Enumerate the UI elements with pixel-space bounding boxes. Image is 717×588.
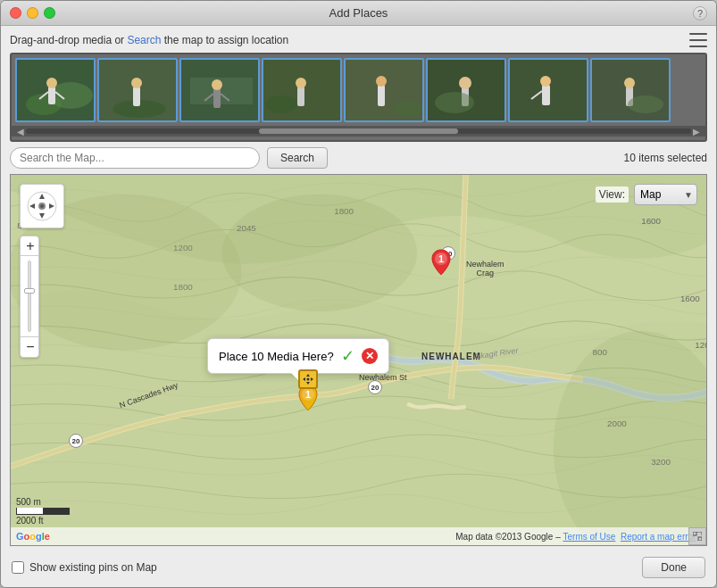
svg-text:1200: 1200	[695, 340, 706, 350]
items-selected: 10 items selected	[624, 152, 707, 164]
report-map-error-link[interactable]: Report a map error	[621, 532, 696, 542]
zoom-in-button[interactable]: +	[21, 236, 39, 256]
view-select-wrap: Map Satellite Hybrid ▼	[634, 184, 697, 205]
map-scale: 500 m 2000 ft	[16, 497, 70, 526]
top-bar: Drag-and-drop media or Search the map to…	[10, 33, 707, 47]
newhalem-label: NEWHALEM	[421, 352, 481, 361]
svg-rect-69	[698, 537, 702, 541]
zoom-slider-thumb[interactable]	[24, 288, 35, 294]
thumbnail-6[interactable]	[426, 58, 506, 122]
done-button[interactable]: Done	[642, 557, 705, 578]
svg-marker-54	[39, 213, 45, 219]
search-bar: Search 10 items selected	[10, 147, 707, 169]
show-pins-label: Show existing pins on Map	[29, 561, 157, 574]
svg-point-4	[46, 78, 57, 88]
svg-point-36	[628, 95, 663, 113]
thumbnail-8[interactable]	[590, 58, 671, 122]
zoom-controls: + −	[20, 236, 39, 358]
svg-marker-64	[311, 377, 313, 381]
svg-point-50	[222, 195, 417, 311]
zoom-out-button[interactable]: −	[21, 337, 39, 357]
newhalem-st-label: Newhalem St	[359, 373, 407, 382]
scale-bar-line	[16, 508, 70, 515]
search-input[interactable]	[10, 147, 260, 169]
map-expand-button[interactable]	[688, 527, 706, 545]
thumbnail-scrollbar[interactable]: ◀ ▶	[12, 126, 705, 137]
svg-rect-30	[542, 85, 550, 105]
scrollbar-track[interactable]	[26, 128, 691, 134]
thumbnail-scroll-area[interactable]	[12, 54, 705, 126]
confirm-button[interactable]: ✓	[341, 346, 354, 366]
svg-rect-12	[190, 78, 253, 104]
svg-rect-19	[297, 87, 304, 106]
map-navigation-control[interactable]	[20, 184, 64, 228]
main-content: Drag-and-drop media or Search the map to…	[1, 26, 716, 587]
window-controls	[10, 7, 55, 19]
svg-rect-13	[213, 88, 221, 108]
view-select[interactable]: Map Satellite Hybrid	[634, 184, 697, 205]
map-container[interactable]: 1600 1600 800 1200 1800 2045 1800 800 20…	[10, 174, 707, 546]
map-popup: Place 10 Media Here? ✓ ✕	[207, 338, 389, 374]
svg-point-23	[376, 76, 387, 87]
instruction-highlight: Search	[127, 34, 161, 46]
svg-marker-63	[303, 377, 305, 381]
map-marker-1[interactable]: 1	[429, 248, 454, 277]
hwy20-badge-2: 20	[368, 380, 382, 394]
titlebar: Add Places ?	[1, 1, 716, 26]
svg-text:1: 1	[438, 253, 444, 264]
view-control: View: Map Satellite Hybrid ▼	[596, 184, 697, 205]
zoom-slider-track	[28, 261, 31, 332]
svg-point-24	[392, 102, 424, 116]
scrollbar-thumb[interactable]	[259, 128, 459, 134]
thumbnail-7[interactable]	[508, 58, 588, 122]
hwy20-badge-3: 20	[69, 434, 83, 448]
scroll-left-arrow[interactable]: ◀	[15, 127, 26, 137]
options-icon[interactable]	[689, 33, 707, 47]
help-button[interactable]: ?	[693, 6, 707, 21]
view-label: View:	[596, 186, 629, 203]
svg-point-10	[131, 78, 142, 88]
svg-text:1600: 1600	[641, 216, 661, 226]
svg-point-58	[40, 204, 44, 208]
show-pins-checkbox[interactable]	[12, 561, 24, 574]
svg-point-20	[296, 78, 306, 88]
svg-point-14	[212, 79, 222, 90]
maximize-button[interactable]	[44, 7, 55, 19]
add-places-window: Add Places ? Drag-and-drop media or Sear…	[0, 0, 717, 588]
svg-rect-9	[133, 87, 140, 106]
svg-rect-3	[48, 87, 55, 104]
google-logo: Google	[16, 531, 50, 542]
instruction-text: Drag-and-drop media or Search the map to…	[10, 34, 288, 46]
search-button[interactable]: Search	[267, 147, 328, 169]
map-data-text: Map data ©2013 Google	[455, 532, 553, 542]
svg-marker-56	[49, 203, 54, 209]
scale-label-2000ft: 2000 ft	[16, 516, 70, 526]
thumbnail-3[interactable]	[179, 58, 260, 122]
thumbnail-4[interactable]	[262, 58, 342, 122]
svg-rect-68	[693, 532, 696, 535]
thumbnail-1[interactable]	[15, 58, 96, 122]
scale-label-500m: 500 m	[16, 497, 70, 507]
bottom-bar: Show existing pins on Map Done	[10, 551, 707, 580]
scroll-right-arrow[interactable]: ▶	[691, 127, 702, 137]
popup-text: Place 10 Media Here?	[219, 350, 334, 363]
svg-marker-55	[29, 203, 35, 209]
map-attribution: Google Map data ©2013 Google – Terms of …	[11, 527, 706, 545]
search-input-wrap	[10, 147, 260, 169]
svg-rect-22	[378, 85, 385, 106]
show-pins-checkbox-wrap: Show existing pins on Map	[12, 561, 157, 574]
minimize-button[interactable]	[27, 7, 38, 19]
svg-marker-53	[39, 194, 45, 199]
thumbnail-strip: ◀ ▶	[10, 53, 707, 142]
close-button[interactable]	[10, 7, 21, 19]
svg-text:1: 1	[305, 389, 311, 400]
svg-point-35	[624, 78, 635, 88]
thumbnail-2[interactable]	[97, 58, 178, 122]
window-title: Add Places	[329, 6, 388, 20]
terms-of-use-link[interactable]: Terms of Use	[563, 532, 615, 542]
svg-point-65	[307, 378, 310, 381]
svg-text:1600: 1600	[680, 294, 700, 303]
thumbnail-5[interactable]	[344, 58, 424, 122]
svg-marker-62	[306, 382, 310, 385]
cancel-button[interactable]: ✕	[362, 348, 378, 364]
